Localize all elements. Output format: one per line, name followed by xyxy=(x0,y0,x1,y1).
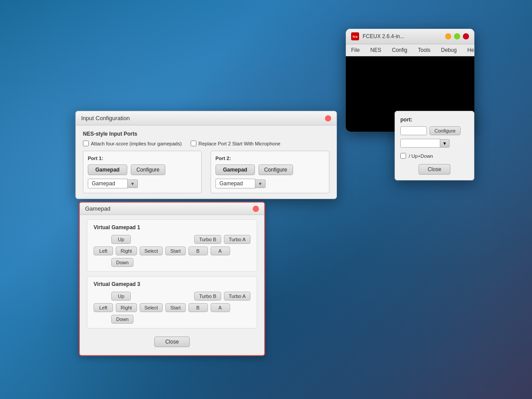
gamepad1-start-button[interactable]: Start xyxy=(165,246,185,255)
menu-debug[interactable]: Debug xyxy=(439,46,458,54)
gamepad1-buttons-grid: Up Turbo B Turbo A Left Right Select Sta… xyxy=(94,235,250,267)
gamepad3-turbo-b-button[interactable]: Turbo B xyxy=(194,292,221,301)
partial-input-row: Configure xyxy=(400,126,469,135)
gamepad1-select-button[interactable]: Select xyxy=(140,246,163,255)
partial-dropdown-row: ▼ xyxy=(400,139,469,148)
checkboxes-row: Attach four-score (implies four gamepads… xyxy=(83,141,329,146)
gamepad1-down-button[interactable]: Down xyxy=(111,258,133,267)
gamepad-titlebar: Gamepad xyxy=(80,203,264,215)
gamepad3-b-button[interactable]: B xyxy=(188,303,208,312)
port2-configure-button[interactable]: Configure xyxy=(258,164,293,175)
partial-input-field[interactable] xyxy=(400,126,427,135)
partial-close-button[interactable]: Close xyxy=(419,164,451,175)
port2-title: Port 2: xyxy=(215,156,325,161)
gamepad1-right-button[interactable]: Right xyxy=(116,246,137,255)
fceux-app-icon: fcx xyxy=(351,32,359,40)
partial-dropdown-arrow[interactable]: ▼ xyxy=(440,139,450,148)
port2-select[interactable]: Gamepad xyxy=(215,179,255,188)
attach-four-score-label[interactable]: Attach four-score (implies four gamepads… xyxy=(83,141,182,146)
gamepad-close-button[interactable] xyxy=(253,206,259,212)
menu-config[interactable]: Config xyxy=(390,46,409,54)
port1-dropdown: Gamepad ▼ xyxy=(88,179,197,188)
port1-title: Port 1: xyxy=(88,156,197,161)
virtual-gamepad3-section: Virtual Gamepad 3 Up Turbo B Turbo A Lef… xyxy=(87,276,257,329)
menu-tools[interactable]: Tools xyxy=(416,46,432,54)
virtual-gamepad3-title: Virtual Gamepad 3 xyxy=(94,281,250,287)
gamepad3-down-button[interactable]: Down xyxy=(111,315,133,324)
fceux-window-controls xyxy=(445,33,469,39)
replace-port2-checkbox[interactable] xyxy=(191,141,196,146)
fceux-titlebar: fcx FCEUX 2.6.4-in... xyxy=(346,29,474,44)
gamepad3-select-button[interactable]: Select xyxy=(140,303,163,312)
partial-port-label: port: xyxy=(400,117,469,123)
gamepad1-turbo-a-button[interactable]: Turbo A xyxy=(224,235,250,244)
input-config-title: Input Configuration xyxy=(81,115,130,121)
fceux-maximize-button[interactable] xyxy=(454,33,460,39)
port2-buttons: Gamepad Configure xyxy=(215,164,325,175)
fceux-menubar: File NES Config Tools Debug Help xyxy=(346,44,474,56)
virtual-gamepad1-section: Virtual Gamepad 1 Up Turbo B Turbo A Lef… xyxy=(87,219,257,272)
gamepad3-up-row: Up Turbo B Turbo A xyxy=(94,292,250,301)
gamepad3-down-row: Down xyxy=(94,315,250,324)
gamepad3-turbo-a-button[interactable]: Turbo A xyxy=(224,292,250,301)
attach-four-score-checkbox[interactable] xyxy=(83,141,89,146)
input-config-window: Input Configuration NES-style Input Port… xyxy=(75,111,337,199)
gamepad3-left-button[interactable]: Left xyxy=(94,303,113,312)
menu-help[interactable]: Help xyxy=(466,46,474,54)
port1-dropdown-arrow[interactable]: ▼ xyxy=(128,180,138,188)
gamepad-close-bottom: Close xyxy=(87,333,257,351)
gamepad1-b-button[interactable]: B xyxy=(188,246,208,255)
gamepad3-a-button[interactable]: A xyxy=(211,303,230,312)
gamepad-window: Gamepad Virtual Gamepad 1 Up Turbo B Tur… xyxy=(79,202,265,356)
updown-label: / Up+Down xyxy=(409,153,433,159)
port2-dropdown-arrow[interactable]: ▼ xyxy=(255,180,266,188)
gamepad1-up-row: Up Turbo B Turbo A xyxy=(94,235,250,244)
partial-configure-button[interactable]: Configure xyxy=(430,126,461,135)
port1-select[interactable]: Gamepad xyxy=(88,179,128,188)
fceux-title: FCEUX 2.6.4-in... xyxy=(363,33,442,39)
gamepad1-turbo-group: Turbo B Turbo A xyxy=(194,235,250,244)
gamepad1-turbo-b-button[interactable]: Turbo B xyxy=(194,235,221,244)
menu-nes[interactable]: NES xyxy=(368,46,383,54)
input-config-close-button[interactable] xyxy=(325,115,331,121)
partial-close-row: Close xyxy=(400,164,469,175)
port2-dropdown: Gamepad ▼ xyxy=(215,179,325,188)
replace-port2-label[interactable]: Replace Port 2 Start With Microphone xyxy=(191,141,281,146)
gamepad3-middle-row: Left Right Select Start B A xyxy=(94,303,250,312)
gamepad1-middle-row: Left Right Select Start B A xyxy=(94,246,250,255)
port1-configure-button[interactable]: Configure xyxy=(131,164,165,175)
gamepad3-right-button[interactable]: Right xyxy=(116,303,137,312)
virtual-gamepad1-title: Virtual Gamepad 1 xyxy=(94,224,250,231)
input-config-body: NES-style Input Ports Attach four-score … xyxy=(76,125,336,199)
gamepad3-up-button[interactable]: Up xyxy=(111,292,131,301)
gamepad-title: Gamepad xyxy=(85,205,110,212)
partial-select-field[interactable] xyxy=(400,139,440,148)
input-config-titlebar: Input Configuration xyxy=(76,111,336,125)
partial-panel: port: Configure ▼ / Up+Down Close xyxy=(395,111,474,180)
gamepad1-left-button[interactable]: Left xyxy=(94,246,113,255)
port1-section: Port 1: Gamepad Configure Gamepad ▼ xyxy=(83,151,202,193)
menu-file[interactable]: File xyxy=(349,46,361,54)
gamepad-close-bottom-button[interactable]: Close xyxy=(154,336,190,347)
ports-row: Port 1: Gamepad Configure Gamepad ▼ Port… xyxy=(83,151,329,193)
gamepad1-a-button[interactable]: A xyxy=(211,246,230,255)
port1-buttons: Gamepad Configure xyxy=(88,164,197,175)
updown-checkbox[interactable] xyxy=(400,153,406,159)
gamepad3-turbo-group: Turbo B Turbo A xyxy=(194,292,250,301)
fceux-close-button[interactable] xyxy=(463,33,469,39)
port2-section: Port 2: Gamepad Configure Gamepad ▼ xyxy=(211,151,329,193)
gamepad1-up-button[interactable]: Up xyxy=(111,235,131,244)
port2-device-button[interactable]: Gamepad xyxy=(215,164,255,175)
fceux-minimize-button[interactable] xyxy=(445,33,451,39)
gamepad1-down-row: Down xyxy=(94,258,250,267)
port1-device-button[interactable]: Gamepad xyxy=(88,164,127,175)
gamepad3-buttons-grid: Up Turbo B Turbo A Left Right Select Sta… xyxy=(94,292,250,324)
gamepad-body: Virtual Gamepad 1 Up Turbo B Turbo A Lef… xyxy=(80,215,264,355)
nes-ports-section-label: NES-style Input Ports xyxy=(83,131,329,137)
gamepad3-start-button[interactable]: Start xyxy=(165,303,185,312)
partial-updown-row: / Up+Down xyxy=(400,153,469,159)
